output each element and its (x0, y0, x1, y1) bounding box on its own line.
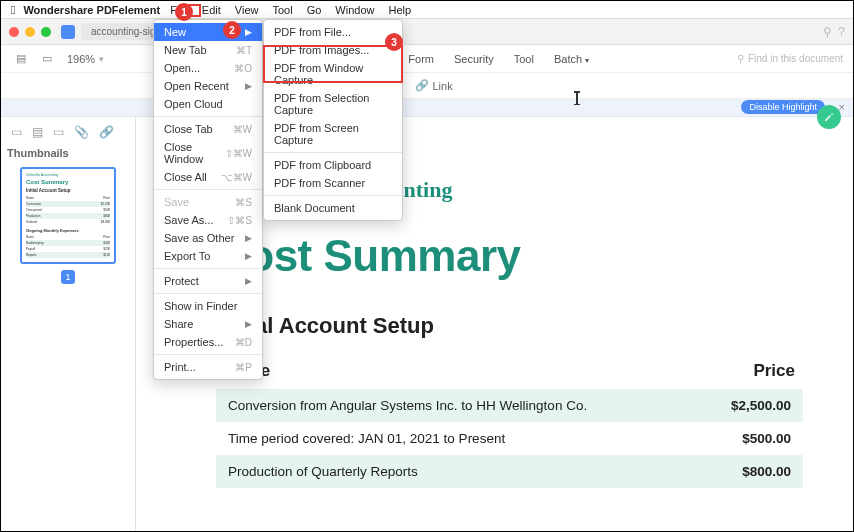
page-number-badge[interactable]: 1 (61, 270, 75, 284)
attachment-icon[interactable]: 📎 (74, 125, 89, 139)
link-panel-icon[interactable]: 🔗 (99, 125, 114, 139)
new-submenu-item[interactable]: PDF from Screen Capture (264, 119, 402, 149)
annotation-fab[interactable] (817, 105, 841, 129)
menu-window[interactable]: Window (335, 4, 374, 16)
section-heading: Initial Account Setup (216, 313, 803, 339)
text-cursor-icon (576, 92, 578, 104)
workspace: ▭ ▤ ▭ 📎 🔗 Thumbnails Umbrella Accounting… (1, 117, 853, 532)
file-menu-item[interactable]: Protect▶ (154, 272, 262, 290)
new-submenu-item[interactable]: PDF from File... (264, 23, 402, 41)
traffic-lights (9, 27, 51, 37)
tool-tool[interactable]: Tool (514, 53, 534, 65)
zoom-dropdown-icon[interactable]: ▾ (99, 54, 104, 64)
disable-highlight-button[interactable]: Disable Highlight (741, 100, 825, 114)
file-menu-item[interactable]: Close Tab⌘W (154, 120, 262, 138)
file-menu-item[interactable]: Share▶ (154, 315, 262, 333)
file-menu-item[interactable]: Save as Other▶ (154, 229, 262, 247)
file-menu-item[interactable]: Show in Finder (154, 297, 262, 315)
tool-batch[interactable]: Batch ▾ (554, 53, 589, 65)
app-name[interactable]: Wondershare PDFelement (23, 4, 160, 16)
file-menu-item[interactable]: Print...⌘P (154, 358, 262, 376)
table-row: Time period covered: JAN 01, 2021 to Pre… (216, 422, 803, 455)
file-menu-item[interactable]: Open...⌘O (154, 59, 262, 77)
document-title: Cost Summary (216, 231, 803, 281)
menu-view[interactable]: View (235, 4, 259, 16)
file-menu-item[interactable]: Open Recent▶ (154, 77, 262, 95)
table-row: Production of Quarterly Reports $800.00 (216, 455, 803, 488)
mac-menubar:  Wondershare PDFelement File Edit View … (1, 1, 853, 19)
menu-go[interactable]: Go (307, 4, 322, 16)
file-menu: New▶New Tab⌘TOpen...⌘OOpen Recent▶Open C… (153, 19, 263, 380)
callout-badge-2: 2 (223, 21, 241, 39)
tool-form[interactable]: Form (408, 53, 434, 65)
annotation-icon[interactable]: ▭ (53, 125, 64, 139)
search-box[interactable]: ⚲Find in this document (737, 53, 843, 64)
file-menu-item[interactable]: Open Cloud (154, 95, 262, 113)
zoom-window-icon[interactable] (41, 27, 51, 37)
file-menu-item[interactable]: Close All⌥⌘W (154, 168, 262, 186)
edit-link-button[interactable]: 🔗 Link (415, 79, 453, 92)
file-menu-item[interactable]: New Tab⌘T (154, 41, 262, 59)
edit-sub-toolbar: T Text ▣ Image 🔗 Link (1, 73, 853, 99)
new-submenu-item[interactable]: PDF from Window Capture (264, 59, 402, 89)
window-titlebar: accounting-sign_Opt... + ⚲ ? (1, 19, 853, 45)
file-menu-item[interactable]: Save⌘S (154, 193, 262, 211)
callout-badge-3: 3 (385, 33, 403, 51)
menu-tool[interactable]: Tool (272, 4, 292, 16)
sidebar-toggle-icon[interactable]: ▤ (11, 49, 31, 69)
file-menu-item[interactable]: Save As...⇧⌘S (154, 211, 262, 229)
help-icon[interactable]: ? (838, 25, 845, 39)
col-price-header: Price (753, 361, 795, 381)
new-submenu-item[interactable]: Blank Document (264, 199, 402, 217)
view-mode-icon[interactable]: ▭ (37, 49, 57, 69)
minimize-window-icon[interactable] (25, 27, 35, 37)
menu-help[interactable]: Help (388, 4, 411, 16)
sidebar-title: Thumbnails (7, 147, 129, 159)
file-menu-item[interactable]: Properties...⌘D (154, 333, 262, 351)
app-icon (61, 25, 75, 39)
page-thumbnail[interactable]: Umbrella Accounting Cost Summary Initial… (20, 167, 116, 264)
highlight-info-bar: Disable Highlight × (1, 99, 853, 117)
file-menu-item[interactable]: Close Window⇧⌘W (154, 138, 262, 168)
file-menu-item[interactable]: Export To▶ (154, 247, 262, 265)
new-submenu-item[interactable]: PDF from Selection Capture (264, 89, 402, 119)
tool-security[interactable]: Security (454, 53, 494, 65)
new-submenu-item[interactable]: PDF from Images... (264, 41, 402, 59)
file-menu-item[interactable]: New▶ (154, 23, 262, 41)
cost-table: Name Price Conversion from Angular Syste… (216, 357, 803, 488)
menu-edit[interactable]: Edit (202, 4, 221, 16)
main-toolbar: ▤ ▭ 196% ▾ Markup Convert Edit Form Secu… (1, 45, 853, 73)
bookmark-icon[interactable]: ▤ (32, 125, 43, 139)
thumbnail-view-icon[interactable]: ▭ (11, 125, 22, 139)
apple-logo-icon[interactable]:  (11, 3, 15, 17)
search-icon[interactable]: ⚲ (823, 25, 832, 39)
thumbnails-sidebar: ▭ ▤ ▭ 📎 🔗 Thumbnails Umbrella Accounting… (1, 117, 136, 532)
new-submenu: PDF from File...PDF from Images...PDF fr… (263, 19, 403, 221)
table-row: Conversion from Angular Systems Inc. to … (216, 389, 803, 422)
zoom-level[interactable]: 196% (67, 53, 95, 65)
callout-badge-1: 1 (175, 3, 193, 21)
new-submenu-item[interactable]: PDF from Clipboard (264, 156, 402, 174)
new-submenu-item[interactable]: PDF from Scanner (264, 174, 402, 192)
close-window-icon[interactable] (9, 27, 19, 37)
